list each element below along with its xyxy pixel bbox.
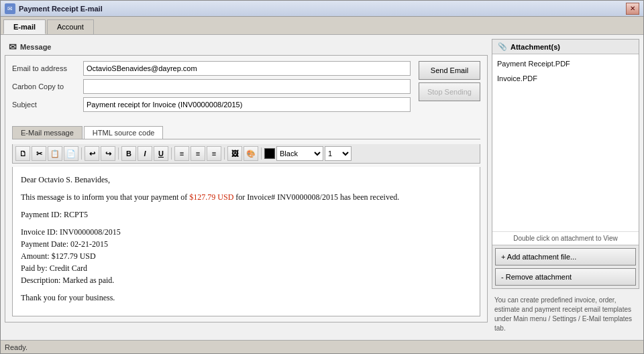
editor-line-payment-date: Payment Date: 02-21-2015 [21, 238, 472, 250]
form-area: Email to address Carbon Copy to Subject [5, 55, 488, 322]
sep2 [118, 148, 119, 160]
toolbar-undo-btn[interactable]: ↩ [85, 146, 99, 161]
tab-email-message[interactable]: E-Mail message [12, 126, 83, 139]
attachment-item-invoice[interactable]: Invoice.PDF [495, 72, 636, 86]
toolbar-image-btn[interactable]: 🖼 [227, 146, 242, 161]
toolbar-new-btn[interactable]: 🗋 [15, 146, 30, 161]
action-buttons: Send Email Stop Sending [419, 61, 480, 101]
font-color-select[interactable]: Black [276, 146, 323, 161]
attachment-buttons: + Add attachment file... - Remove attach… [492, 245, 639, 288]
editor-toolbar: 🗋 ✂ 📋 📄 ↩ ↪ B I U ≡ ≡ ≡ 🖼 [12, 144, 480, 164]
tab-email[interactable]: E-mail [3, 19, 46, 34]
remove-attachment-button[interactable]: - Remove attachment [495, 268, 636, 286]
right-panel: 📎 Attachment(s) Payment Receipt.PDF Invo… [492, 39, 639, 336]
sep5 [261, 148, 262, 160]
tabs-bar: E-mail Account [1, 17, 643, 35]
toolbar-italic-btn[interactable]: I [138, 146, 152, 161]
message-icon: ✉ [9, 42, 17, 52]
editor-tabs: E-Mail message HTML source code [12, 126, 480, 139]
cc-label: Carbon Copy to [12, 82, 79, 91]
attachment-header: 📎 Attachment(s) [492, 40, 639, 54]
editor-line-thanks: Thank you for your business. [21, 292, 472, 304]
attachment-info-text: You can create predefined invoice, order… [492, 293, 639, 336]
toolbar-paste-btn[interactable]: 📄 [64, 146, 78, 161]
attachment-list: Payment Receipt.PDF Invoice.PDF [492, 54, 639, 231]
attachment-header-label: Attachment(s) [511, 43, 560, 51]
attachment-box: 📎 Attachment(s) Payment Receipt.PDF Invo… [492, 39, 639, 289]
toolbar-align-right-btn[interactable]: ≡ [207, 146, 221, 161]
status-bar: Ready. [1, 340, 643, 353]
editor-line-paid-by: Paid by: Credit Card [21, 262, 472, 274]
font-color-box [264, 148, 275, 159]
sep3 [171, 148, 172, 160]
editor-line-message: This message is to inform you that your … [21, 191, 472, 203]
email-to-label: Email to address [12, 64, 79, 72]
window-icon: ✉ [5, 3, 15, 14]
attachment-hint: Double click on attachment to View [492, 231, 639, 245]
main-content: ✉ Message Email to address Carbon Copy t… [1, 35, 643, 340]
email-to-row: Email to address [12, 61, 411, 76]
editor-body[interactable]: Dear Octavio S. Benavides, This message … [12, 167, 480, 316]
editor-line-greeting: Dear Octavio S. Benavides, [21, 174, 472, 186]
amount-highlight: $127.79 USD [189, 192, 233, 202]
cc-row: Carbon Copy to [12, 79, 411, 94]
window-title: Payment Receipt E-mail [19, 5, 626, 13]
sep1 [81, 148, 82, 160]
email-to-input[interactable] [83, 61, 411, 76]
toolbar-color-picker-btn[interactable]: 🎨 [244, 146, 258, 161]
send-email-button[interactable]: Send Email [419, 61, 480, 80]
toolbar-align-left-btn[interactable]: ≡ [174, 146, 189, 161]
close-button[interactable]: ✕ [626, 3, 639, 15]
section-label: Message [20, 43, 51, 51]
subject-input[interactable] [83, 97, 411, 112]
editor-line-invoice-id: Invoice ID: INV0000008/2015 [21, 226, 472, 238]
toolbar-bold-btn[interactable]: B [121, 146, 136, 161]
tab-html-source[interactable]: HTML source code [84, 126, 164, 139]
stop-sending-button[interactable]: Stop Sending [419, 82, 480, 101]
section-header: ✉ Message [5, 39, 488, 55]
add-attachment-button[interactable]: + Add attachment file... [495, 248, 636, 266]
toolbar-cut-btn[interactable]: ✂ [32, 146, 46, 161]
editor-line-amount: Amount: $127.79 USD [21, 250, 472, 262]
sep4 [224, 148, 225, 160]
subject-label: Subject [12, 101, 79, 109]
toolbar-underline-btn[interactable]: U [154, 146, 168, 161]
email-message-label: E-Mail message HTML source code [12, 121, 480, 139]
attachment-icon: 📎 [498, 42, 507, 51]
toolbar-copy-btn[interactable]: 📋 [48, 146, 62, 161]
toolbar-align-center-btn[interactable]: ≡ [191, 146, 205, 161]
attachment-item-receipt[interactable]: Payment Receipt.PDF [495, 57, 636, 72]
cc-input[interactable] [83, 79, 411, 94]
main-window: ✉ Payment Receipt E-mail ✕ E-mail Accoun… [0, 0, 644, 354]
toolbar-redo-btn[interactable]: ↪ [101, 146, 115, 161]
subject-row: Subject [12, 97, 411, 112]
status-text: Ready. [5, 343, 28, 351]
left-panel: ✉ Message Email to address Carbon Copy t… [5, 39, 488, 336]
tab-account[interactable]: Account [47, 19, 94, 34]
editor-line-payment-id: Payment ID: RCPT5 [21, 209, 472, 221]
font-size-select[interactable]: 1 [325, 146, 352, 161]
editor-line-description: Description: Marked as paid. [21, 274, 472, 286]
title-bar: ✉ Payment Receipt E-mail ✕ [1, 1, 643, 17]
